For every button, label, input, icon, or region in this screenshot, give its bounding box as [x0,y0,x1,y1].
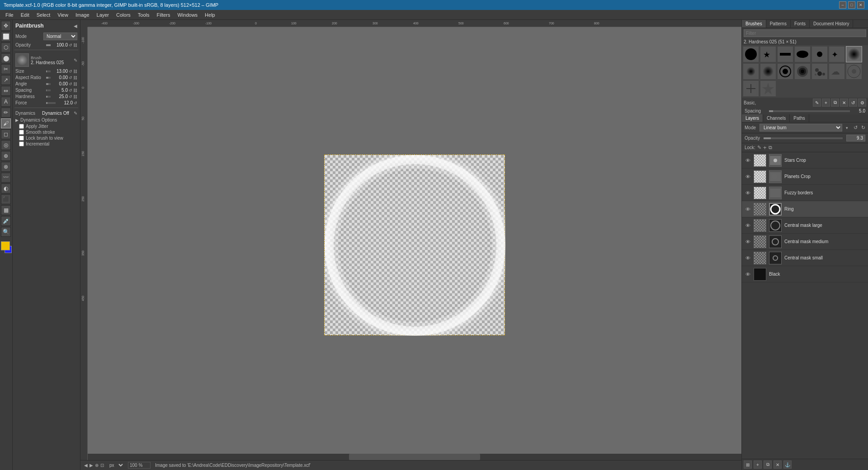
foreground-color[interactable] [1,241,10,250]
move-tool-button[interactable]: ✥ [1,21,11,31]
brush-cell-b9[interactable] [743,80,759,97]
menu-tools[interactable]: Tools [134,11,153,19]
hardness-slider[interactable] [46,96,51,98]
menu-file[interactable]: File [2,11,17,19]
paintbrush-button[interactable]: 🖌 [1,118,11,128]
layer-eye-planets-crop[interactable]: 👁 [745,174,751,180]
brush-cell-small-circle[interactable] [811,46,828,62]
rect-select-button[interactable]: ⬜ [1,32,11,42]
brush-cell-circle[interactable] [743,46,759,62]
menu-layer[interactable]: Layer [93,11,113,19]
size-chain[interactable]: ⛓ [73,69,77,74]
aspect-slider[interactable] [46,77,51,79]
layer-eye-black[interactable]: 👁 [745,271,751,277]
fit-btn[interactable]: ⊡ [100,463,104,468]
brush-cell-b4[interactable] [777,63,793,80]
layer-eye-stars-crop[interactable]: 👁 [745,157,751,164]
brushes-spacing-slider[interactable] [769,110,850,112]
free-select-button[interactable]: ⬡ [1,42,11,52]
tab-layers[interactable]: Layers [742,114,763,122]
layer-item-central-mask-medium[interactable]: 👁 Central mask medium [742,234,868,250]
zoom-input[interactable] [128,462,151,469]
blend-button[interactable]: ▦ [1,205,11,215]
eraser-button[interactable]: ◻ [1,129,11,139]
dynamics-options-header[interactable]: ▶ Dynamics Options [14,117,79,123]
menu-select[interactable]: Select [33,11,54,19]
layer-item-stars-crop[interactable]: 👁 Stars Crop [742,152,868,169]
brush-refresh-btn[interactable]: ↺ [849,99,857,107]
tool-options-collapse[interactable]: ◀ [74,24,77,28]
layer-eye-fuzzy-borders[interactable]: 👁 [745,190,751,196]
dodge-button[interactable]: ◐ [1,183,11,193]
layers-opacity-input[interactable] [846,135,865,141]
tab-channels[interactable]: Channels [763,114,790,122]
brush-edit-icon[interactable]: ✎ [74,58,77,63]
tab-fonts[interactable]: Fonts [791,20,810,28]
incremental-checkbox[interactable] [19,141,24,146]
maximize-button[interactable]: □ [848,1,855,9]
layer-eye-central-mask-small[interactable]: 👁 [745,255,751,261]
flip-button[interactable]: ⇔ [1,86,11,96]
minimize-button[interactable]: – [839,1,846,9]
bucket-button[interactable]: ⬛ [1,194,11,204]
brush-settings-btn[interactable]: ⚙ [858,99,866,107]
airbrush-button[interactable]: ◎ [1,140,11,150]
del-layer-btn[interactable]: ✕ [774,461,782,469]
dynamics-edit-icon[interactable]: ✎ [74,111,77,116]
apply-jitter-checkbox[interactable] [19,124,24,129]
menu-windows[interactable]: Windows [174,11,201,19]
layer-item-black[interactable]: 👁 Black [742,266,868,282]
brush-cell-hardness025[interactable] [846,46,862,62]
brush-edit-btn[interactable]: ✎ [813,99,821,107]
brush-cell-b7[interactable]: ☁ [829,63,845,80]
brush-new-btn[interactable]: + [822,99,830,107]
lock-position-icon[interactable]: + [763,144,767,151]
new-layer-group-btn[interactable]: ⊞ [744,461,752,469]
spacing-reset[interactable]: ↺ [69,88,72,93]
lock-brush-checkbox[interactable] [19,136,24,141]
unit-select[interactable]: px mm in [108,462,124,468]
pencil-button[interactable]: ✏ [1,108,11,118]
layer-item-ring[interactable]: 👁 Ring [742,201,868,217]
brush-filter-input[interactable] [744,29,866,37]
brush-cell-star[interactable]: ★ [760,46,776,62]
layer-item-fuzzy-borders[interactable]: 👁 Fuzzy borders [742,185,868,201]
layer-item-central-mask-small[interactable]: 👁 Central mask small [742,250,868,266]
layer-eye-ring[interactable]: 👁 [745,206,751,212]
brush-cell-star2[interactable]: ✦ [829,46,845,62]
crop-button[interactable]: ✂ [1,64,11,74]
layer-item-planets-crop[interactable]: 👁 Planets Crop [742,169,868,185]
new-layer-btn[interactable]: + [754,461,762,469]
hardness-reset[interactable]: ↺ [69,94,72,99]
mode-select[interactable]: Normal [43,33,77,40]
force-reset[interactable]: ↺ [74,101,77,105]
layer-eye-central-mask-large[interactable]: 👁 [745,222,751,229]
brush-cell-b2[interactable] [743,63,759,80]
zoom-button[interactable]: 🔍 [1,227,11,237]
brush-dup-btn[interactable]: ⧉ [831,99,839,107]
tab-document-history[interactable]: Document History [810,20,853,28]
size-reset[interactable]: ↺ [69,69,72,74]
menu-filters[interactable]: Filters [153,11,174,19]
brush-cell-dash[interactable] [777,46,793,62]
horizontal-scrollbar[interactable] [88,454,741,460]
brush-cell-b6[interactable] [811,63,828,80]
brush-cell-oval[interactable] [794,46,811,62]
angle-slider[interactable] [46,83,51,85]
spacing-chain[interactable]: ⛓ [73,88,77,93]
brush-cell-b3[interactable] [760,63,776,80]
tab-patterns[interactable]: Patterns [766,20,791,28]
layer-item-central-mask-large[interactable]: 👁 Central mask large [742,217,868,234]
brush-del-btn[interactable]: ✕ [840,99,848,107]
text-button[interactable]: A [1,97,11,107]
brush-cell-b8[interactable] [846,63,862,80]
brush-cell-b5[interactable] [794,63,811,80]
tab-brushes[interactable]: Brushes [742,20,766,28]
spacing-slider[interactable] [46,89,51,91]
angle-chain[interactable]: ⛓ [73,82,77,86]
prev-btn[interactable]: ◀ [84,463,88,468]
menu-view[interactable]: View [54,11,72,19]
aspect-reset[interactable]: ↺ [69,75,72,80]
anchor-layer-btn[interactable]: ⚓ [783,461,792,469]
brush-preview[interactable]: Brush 2. Hardness 025 ✎ [14,52,79,68]
